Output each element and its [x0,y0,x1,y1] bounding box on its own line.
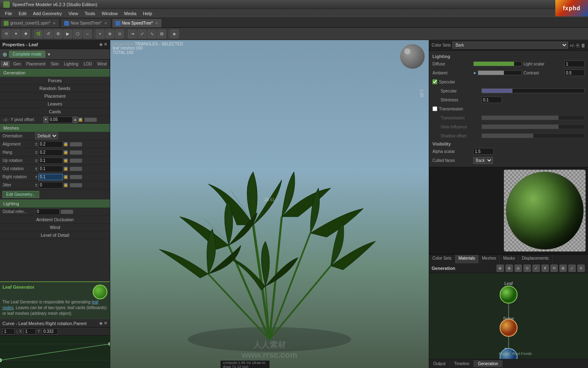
light-scalar-input[interactable] [564,61,585,67]
toolbar-btn-2[interactable]: ✦ [11,29,20,38]
shininess-input[interactable] [481,96,502,103]
tab-close-3[interactable]: ✕ [155,21,158,25]
menu-tools[interactable]: Tools [81,10,98,17]
toolbar-btn-9[interactable]: ↔ [83,29,92,38]
right-rotation-slider[interactable] [70,175,82,179]
transmission-checkbox[interactable] [432,106,437,111]
culled-faces-select[interactable]: Back Front None [473,157,493,164]
diffuse-bar[interactable] [473,61,522,66]
specular-bar[interactable] [481,88,585,93]
toolbar-btn-5[interactable]: ↺ [44,29,53,38]
navigation-widget[interactable] [400,44,425,69]
y-pivot-input[interactable] [48,117,73,123]
section-lighting[interactable]: Lighting [0,200,110,208]
out-rotation-lock[interactable]: 🔒 [64,167,68,171]
toolbar-btn-6[interactable]: ⚙ [53,29,62,38]
toolbar-btn-3[interactable]: ✚ [21,29,30,38]
viewport[interactable]: perspective TRIANGLES - SELECTED leaf me… [110,40,429,368]
props-header-btn-close[interactable]: ✕ [104,42,107,47]
right-tab-materials[interactable]: Materials [455,255,479,263]
toolbar-btn-11[interactable]: ⊕ [105,29,114,38]
menu-media[interactable]: Media [121,10,140,17]
section-leaves[interactable]: Leaves [0,100,110,108]
tab-new-speedtree-2[interactable]: New SpeedTree* ✕ [112,18,163,27]
right-tab-color-sets[interactable]: Color Sets [429,255,455,263]
color-set-btn-del[interactable]: 🗑 [581,43,586,48]
toolbar-btn-14[interactable]: ⤢ [138,29,147,38]
gen-btn-7[interactable]: ⟲ [550,265,558,272]
right-tab-displacements[interactable]: Displacements [519,255,552,263]
alignment-lock[interactable]: 🔒 [64,142,68,146]
toolbar-btn-16[interactable]: ⊞ [157,29,166,38]
prop-tab-all[interactable]: All [1,61,11,67]
ambient-bar[interactable] [478,70,522,75]
menu-file[interactable]: File [2,10,16,17]
tab-close-1[interactable]: ✕ [53,21,56,25]
leaf-nodes-link[interactable]: leaf nodes [2,300,98,310]
hang-slider[interactable] [70,150,82,155]
jitter-input[interactable] [38,182,63,188]
up-rotation-input[interactable] [38,157,63,164]
specular-checkbox[interactable] [432,79,437,84]
wind-item[interactable]: Wind [0,224,110,231]
bottom-tab-timeline[interactable]: Timeline [450,360,474,367]
menu-view[interactable]: View [65,10,82,17]
y-pivot-lock[interactable]: 🔒 [78,118,82,122]
color-set-btn-add[interactable]: +/- [570,43,575,48]
prop-tab-lighting[interactable]: Lighting [62,61,81,67]
alpha-scalar-input[interactable] [473,148,494,155]
contrast-input[interactable] [564,70,585,76]
curve-x-value-input[interactable] [24,328,36,334]
y-pivot-slider[interactable] [85,118,97,122]
gen-btn-2[interactable]: ⊗ [506,265,513,272]
edit-geometry-btn[interactable]: Edit Geometry... [2,191,39,198]
toolbar-btn-4[interactable]: 🌿 [34,29,43,38]
menu-help[interactable]: Help [140,10,156,17]
section-meshes[interactable]: Meshes [0,124,110,132]
jitter-slider[interactable] [70,183,82,187]
section-cards[interactable]: Cards [0,108,110,116]
toolbar-btn-1[interactable]: ⟲ [2,29,11,38]
menu-window[interactable]: Window [98,10,121,17]
right-rotation-input[interactable] [38,174,63,180]
right-tab-meshes[interactable]: Meshes [479,255,500,263]
up-rotation-lock[interactable]: 🔒 [64,159,68,163]
right-rotation-lock[interactable]: 🔒 [64,175,68,179]
toolbar-btn-17[interactable]: ◈ [170,29,179,38]
menu-add-geometry[interactable]: Add Geometry [30,10,65,17]
generation-graph[interactable]: Leaf Spine Tree [429,273,588,359]
toolbar-btn-15[interactable]: ⤡ [147,29,156,38]
hang-lock[interactable]: 🔒 [64,150,68,155]
gen-btn-6[interactable]: ✗ [541,265,549,272]
curve-y-input[interactable] [42,328,58,334]
jitter-lock[interactable]: 🔒 [64,183,68,187]
level-of-detail[interactable]: Level of Detail [0,231,110,239]
bottom-tab-output[interactable]: Output [429,360,450,367]
gen-btn-3[interactable]: ◎ [514,265,522,272]
color-set-btn-copy[interactable]: ⎘ [577,43,579,48]
gen-close[interactable]: ✕ [577,265,585,272]
hang-input[interactable] [38,149,63,156]
global-refer-input[interactable] [35,209,60,215]
tab-ground-cover[interactable]: ground_cover01.spm* ✕ [0,18,60,27]
orientation-select[interactable]: Default [35,132,58,139]
alignment-slider[interactable] [70,142,82,146]
curve-x-input[interactable] [2,328,15,334]
out-rotation-slider[interactable] [70,167,82,171]
prop-tab-skin[interactable]: Skin [48,61,61,67]
out-rotation-input[interactable] [38,166,63,172]
toolbar-btn-7[interactable]: ▶ [63,29,72,38]
gen-expand[interactable]: ⤢ [568,265,576,272]
gen-btn-1[interactable]: ⊕ [497,265,504,272]
props-header-btn-1[interactable]: ◈ [99,42,102,47]
y-pivot-down[interactable]: ▼ [43,117,48,123]
section-forces[interactable]: Forces [0,77,110,85]
gen-btn-8[interactable]: ⊞ [559,265,567,272]
section-generation[interactable]: Generation [0,69,110,77]
up-rotation-slider[interactable] [70,159,82,163]
mode-button[interactable]: Complete mode [9,51,45,58]
ambient-occlusion[interactable]: Ambient Occlusion [0,216,110,224]
gen-btn-5[interactable]: ✓ [532,265,540,272]
prop-tab-lod[interactable]: LOD [81,61,95,67]
prop-tab-wind[interactable]: Wind [95,61,109,67]
